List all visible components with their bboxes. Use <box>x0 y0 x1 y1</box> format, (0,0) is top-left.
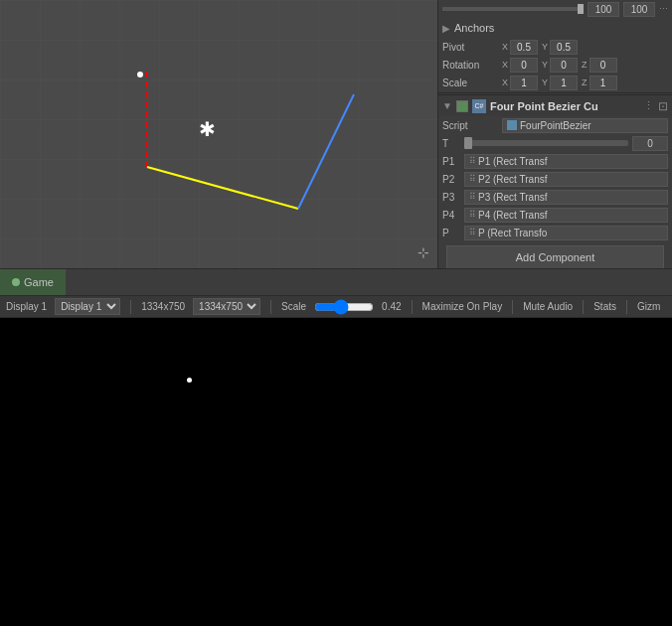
scale-slider[interactable] <box>314 302 374 312</box>
inspector-panel: 100 100 ⋯ ▶ Anchors Pivot X 0.5 Y <box>437 0 672 268</box>
p3-row: P3 ⠿ P3 (Rect Transf <box>438 188 672 206</box>
scene-pivot-dot <box>137 72 143 78</box>
slider-row-1: 100 100 ⋯ <box>438 0 672 18</box>
dots-icon: ⋯ <box>659 4 668 14</box>
scale-z-group: Z 1 <box>582 76 617 90</box>
p1-label: P1 <box>442 156 464 167</box>
stats-label: Stats <box>593 301 616 312</box>
component-extra-icon[interactable]: ⊡ <box>658 99 668 113</box>
p-row: P ⠿ P (Rect Transfo <box>438 224 672 241</box>
scene-svg <box>0 0 437 268</box>
expand-icon[interactable]: ▶ <box>442 23 450 34</box>
rot-z-group: Z 0 <box>582 58 617 73</box>
move-handle[interactable]: ✱ <box>199 119 216 139</box>
p-label: P <box>442 228 464 238</box>
anchors-label: Anchors <box>454 22 494 34</box>
pivot-label: Pivot <box>442 42 502 53</box>
resolution-dropdown[interactable]: 1334x750 <box>193 298 260 315</box>
t-value[interactable]: 0 <box>632 136 668 151</box>
game-tab-bar: Game <box>0 268 672 296</box>
toolbar-separator-4 <box>512 300 513 314</box>
p3-label: P3 <box>442 192 464 203</box>
rot-z-label: Z <box>582 60 588 70</box>
game-view-dot <box>187 378 192 383</box>
add-component-button[interactable]: Add Component <box>446 245 664 268</box>
rot-y-group: Y 0 <box>542 58 578 73</box>
p4-text: P4 (Rect Transf <box>478 210 547 221</box>
scale-y-group: Y 1 <box>542 76 578 90</box>
pivot-y-value[interactable]: 0.5 <box>550 40 578 55</box>
script-filename: FourPointBezier <box>520 120 591 131</box>
p1-drag-icon: ⠿ <box>469 156 476 166</box>
rotation-label: Rotation <box>442 60 502 71</box>
toolbar-separator-1 <box>130 300 131 314</box>
maximize-label: Maximize On Play <box>422 301 503 312</box>
scale-value: 0.42 <box>382 301 401 312</box>
p2-row: P2 ⠿ P2 (Rect Transf <box>438 170 672 188</box>
svg-rect-0 <box>0 0 437 268</box>
game-tab[interactable]: Game <box>0 269 66 295</box>
toolbar-separator-6 <box>626 300 627 314</box>
pivot-x-group: X 0.5 <box>502 40 538 55</box>
scale-x-label: X <box>502 78 508 87</box>
scale-label: Scale <box>442 78 502 88</box>
script-value: FourPointBezier <box>502 118 668 133</box>
game-view <box>0 318 672 626</box>
scale-value: X 1 Y 1 Z 1 <box>502 76 668 90</box>
slider-1[interactable] <box>442 7 584 11</box>
scale-x-value[interactable]: 1 <box>510 76 538 90</box>
pivot-x-label: X <box>502 42 508 52</box>
rot-y-label: Y <box>542 60 548 70</box>
rotation-value: X 0 Y 0 Z 0 <box>502 58 668 73</box>
pivot-value: X 0.5 Y 0.5 <box>502 40 668 55</box>
scale-row: Scale X 1 Y 1 Z 1 <box>438 74 672 91</box>
component-enabled-checkbox[interactable] <box>456 100 468 112</box>
toolbar-separator-2 <box>270 300 271 314</box>
p3-value[interactable]: ⠿ P3 (Rect Transf <box>464 190 668 205</box>
gizmos-label: Gizm <box>637 301 660 312</box>
toolbar-separator-3 <box>412 300 413 314</box>
rot-z-value[interactable]: 0 <box>589 58 617 73</box>
p1-value[interactable]: ⠿ P1 (Rect Transf <box>464 154 668 169</box>
p4-row: P4 ⠿ P4 (Rect Transf <box>438 206 672 224</box>
rot-x-value[interactable]: 0 <box>510 58 538 73</box>
rot-y-value[interactable]: 0 <box>550 58 578 73</box>
scale-y-label: Y <box>542 78 548 87</box>
game-toolbar: Display 1 Display 1 1334x750 1334x750 Sc… <box>0 296 672 318</box>
display-dropdown[interactable]: Display 1 <box>55 298 120 315</box>
pivot-row: Pivot X 0.5 Y 0.5 <box>438 38 672 56</box>
script-file-icon <box>507 120 517 130</box>
component-header: ▼ C# Four Point Bezier Cu ⋮ ⊡ <box>438 94 672 116</box>
anchors-row: ▶ Anchors <box>438 18 672 38</box>
p-value[interactable]: ⠿ P (Rect Transfo <box>464 226 668 240</box>
scale-y-value[interactable]: 1 <box>550 76 578 90</box>
p4-value[interactable]: ⠿ P4 (Rect Transf <box>464 208 668 223</box>
slider-val-2: 100 <box>623 2 655 17</box>
rot-x-group: X 0 <box>502 58 538 73</box>
toolbar-separator-5 <box>583 300 584 314</box>
t-slider[interactable] <box>464 140 628 146</box>
p3-drag-icon: ⠿ <box>469 192 476 202</box>
p4-drag-icon: ⠿ <box>469 210 476 220</box>
component-icon: C# <box>472 99 486 113</box>
scale-z-label: Z <box>582 78 588 87</box>
resolution-value: 1334x750 <box>141 301 185 312</box>
corner-resize-handle[interactable]: ⊹ <box>418 244 429 260</box>
component-expand-icon[interactable]: ▼ <box>442 100 452 111</box>
p4-label: P4 <box>442 210 464 221</box>
t-row: T 0 <box>438 134 672 152</box>
component-title: Four Point Bezier Cu <box>490 100 598 112</box>
mute-label: Mute Audio <box>523 301 573 312</box>
script-label: Script <box>442 120 502 131</box>
pivot-x-value[interactable]: 0.5 <box>510 40 538 55</box>
p3-text: P3 (Rect Transf <box>478 192 547 203</box>
component-menu-icon[interactable]: ⋮ <box>643 99 654 112</box>
p-drag-icon: ⠿ <box>469 228 476 237</box>
p2-value[interactable]: ⠿ P2 (Rect Transf <box>464 172 668 187</box>
scale-z-value[interactable]: 1 <box>589 76 617 90</box>
p1-row: P1 ⠿ P1 (Rect Transf <box>438 152 672 170</box>
game-tab-indicator <box>12 278 20 286</box>
script-row: Script FourPointBezier <box>438 116 672 134</box>
p2-label: P2 <box>442 174 464 185</box>
rot-x-label: X <box>502 60 508 70</box>
